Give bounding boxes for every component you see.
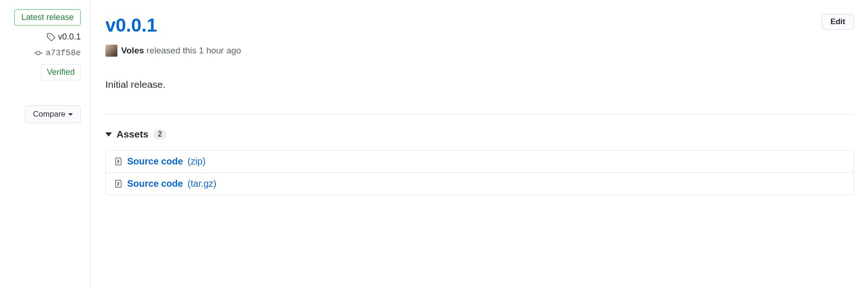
compare-label: Compare — [33, 110, 65, 119]
edit-button[interactable]: Edit — [822, 14, 854, 30]
tag-link[interactable]: v0.0.1 — [46, 32, 81, 42]
asset-name: Source code — [127, 178, 183, 189]
caret-down-icon — [105, 132, 112, 137]
compare-button[interactable]: Compare — [25, 105, 81, 123]
assets-title: Assets — [117, 129, 149, 140]
tag-icon — [46, 33, 55, 41]
asset-ext: (tar.gz) — [188, 178, 216, 189]
assets-toggle[interactable]: Assets 2 — [105, 129, 854, 140]
release-byline: Voles released this 1 hour ago — [105, 45, 854, 57]
verified-badge[interactable]: Verified — [41, 64, 81, 80]
file-zip-icon — [114, 157, 123, 166]
commit-sha: a73f58e — [45, 48, 81, 58]
asset-ext: (zip) — [188, 156, 206, 167]
release-sidebar: Latest release v0.0.1 a73f58e Verified C… — [0, 0, 91, 288]
asset-row[interactable]: Source code (zip) — [106, 151, 854, 172]
asset-row[interactable]: Source code (tar.gz) — [106, 172, 854, 195]
author-link[interactable]: Voles — [121, 46, 144, 55]
assets-count-badge: 2 — [153, 129, 167, 139]
release-body: Initial release. — [105, 79, 854, 90]
caret-down-icon — [68, 113, 73, 116]
release-main: v0.0.1 Edit Voles released this 1 hour a… — [91, 0, 868, 288]
file-zip-icon — [114, 180, 123, 188]
latest-release-badge: Latest release — [14, 9, 81, 26]
commit-icon — [34, 49, 43, 58]
byline-text: released this 1 hour ago — [147, 46, 241, 55]
commit-link[interactable]: a73f58e — [34, 48, 81, 58]
assets-list: Source code (zip) Source code (tar.gz) — [105, 150, 854, 195]
release-title[interactable]: v0.0.1 — [105, 14, 157, 36]
asset-name: Source code — [127, 156, 183, 167]
divider — [105, 114, 854, 115]
tag-label: v0.0.1 — [58, 32, 81, 42]
avatar[interactable] — [105, 45, 117, 57]
